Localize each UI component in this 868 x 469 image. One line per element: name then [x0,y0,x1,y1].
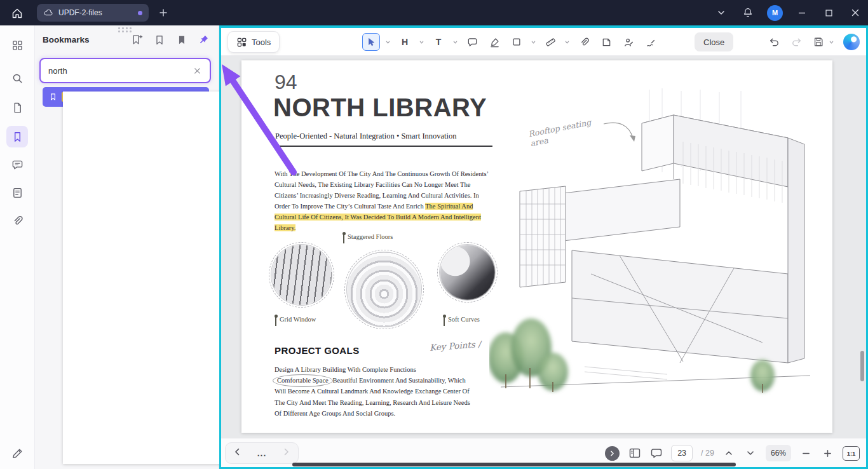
nav-forward-button[interactable] [281,447,290,459]
minimize-icon [797,8,806,17]
photo-ring [344,250,424,329]
save-caret[interactable] [828,33,835,51]
add-bookmark-button[interactable] [131,34,143,46]
new-tab-plus-icon [159,8,168,17]
close-tools-button[interactable]: Close [695,32,733,51]
circled-annotation[interactable]: Comfortable Space [273,374,333,387]
next-page-button[interactable] [744,447,757,460]
h-tool-caret[interactable] [418,33,425,51]
document-tab[interactable]: UPDF-2-files [37,4,149,22]
redo-button[interactable] [789,35,803,49]
user-avatar[interactable]: M [767,5,783,21]
h-tool-button[interactable]: H [396,33,414,51]
text-tool-button[interactable]: T [430,33,447,51]
text-tool-icon: T [436,37,442,47]
select-tool-caret[interactable] [384,33,391,51]
close-window-button[interactable] [848,5,863,20]
callout-staggered-floors[interactable]: Staggered Floors [343,233,393,243]
notifications-button[interactable] [740,5,756,20]
sign-field-tool-button[interactable] [642,33,660,51]
bell-icon [742,7,754,18]
measure-tool-caret[interactable] [564,33,571,51]
page-number-input[interactable] [671,445,693,461]
text-tool-caret[interactable] [452,33,459,51]
bookmark-result-item[interactable]: North Library 23 [43,87,209,107]
new-tab-button[interactable] [156,6,170,20]
actual-size-button[interactable]: 1:1 [843,446,860,461]
attach-tool-button[interactable] [575,33,593,51]
sidebar-item-summary[interactable] [6,182,28,203]
left-icon-rail [0,25,35,469]
measure-tool-button[interactable] [541,33,559,51]
page-thumbnails-button[interactable] [628,447,641,460]
maximize-icon [825,9,833,17]
highlighter-tool-button[interactable] [485,33,503,51]
sidebar-item-pen[interactable] [6,442,28,464]
zoom-out-button[interactable] [799,447,813,460]
shape-tool-caret[interactable] [530,33,537,51]
zoom-in-button[interactable] [821,447,834,460]
titlebar-dropdown-button[interactable] [714,5,729,20]
save-button[interactable] [811,35,825,49]
sidebar-item-comments[interactable] [6,154,28,175]
signature-tool-button[interactable] [620,33,637,51]
tools-button[interactable]: Tools [227,31,280,53]
save-icon [813,36,824,48]
comment-tool-button[interactable] [463,33,481,51]
sticker-icon [601,37,612,48]
project-goals-heading[interactable]: PROJECT GOALS [275,345,360,356]
chevron-left-icon [233,447,242,456]
page-total-label: / 29 [701,449,714,458]
pdf-page[interactable]: 94 NORTH LIBRARY People-Oriented - Natur… [241,60,832,433]
maximize-button[interactable] [821,5,836,20]
comments-toggle-button[interactable] [649,447,663,460]
sidebar-item-attachments[interactable] [6,210,28,231]
expand-panel-button[interactable] [605,446,620,461]
updf-window: UPDF-2-files M [0,0,868,469]
stylus-icon [11,447,24,459]
h-tool-icon: H [402,37,408,47]
sidebar-item-apps[interactable] [6,34,28,56]
callout-soft-curves[interactable]: Soft Curves [444,316,480,326]
leader-tick [343,234,344,243]
pin-panel-button[interactable] [198,34,210,46]
bookmark-item-icon [49,93,57,101]
chevron-right-icon [609,450,616,457]
sidebar-item-pages[interactable] [6,97,28,118]
bookmark-search-input[interactable] [48,66,192,76]
bookmark-filled-button[interactable] [175,34,187,46]
callout-grid-window[interactable]: Grid Window [275,316,316,326]
redo-icon [790,36,803,48]
shape-tool-button[interactable] [508,33,526,51]
more-pages-button[interactable]: ... [257,448,267,458]
minimize-button[interactable] [794,5,810,20]
horizontal-scrollbar-thumb[interactable] [292,463,736,466]
attachment-icon [11,215,24,227]
bookmark-outline-button[interactable] [153,34,165,46]
page-big-number[interactable]: 94 [275,71,297,94]
sticker-tool-button[interactable] [597,33,615,51]
panel-resize-handle[interactable] [118,27,133,34]
page-subtitle[interactable]: People-Oriented - Natural Integration • … [275,132,457,141]
nav-back-button[interactable] [233,447,242,459]
sidebar-item-search[interactable] [6,67,28,89]
goals-paragraph[interactable]: Design A Library Building With Complete … [275,364,474,419]
clear-search-button[interactable] [192,65,202,76]
main-panel: Tools H T [219,25,868,469]
sidebar-item-bookmarks[interactable] [6,126,28,147]
page-nav-group: ... [225,442,299,464]
chevron-down-icon [419,39,424,45]
zoom-level-button[interactable]: 66% [766,445,791,461]
annotation-tools: H T [362,28,660,56]
undo-button[interactable] [767,35,781,49]
ai-assistant-button[interactable] [843,34,860,50]
vertical-scrollbar-thumb[interactable] [860,351,864,381]
leader-tick [444,316,445,326]
page-heading[interactable]: NORTH LIBRARY [273,93,487,122]
intro-paragraph[interactable]: With The Development Of The City And The… [275,168,491,233]
home-button[interactable] [9,5,25,22]
key-points-annotation[interactable]: Key Points / [430,339,481,353]
comment-bubble-icon [650,447,663,459]
previous-page-button[interactable] [722,447,736,460]
select-tool-button[interactable] [362,33,380,51]
